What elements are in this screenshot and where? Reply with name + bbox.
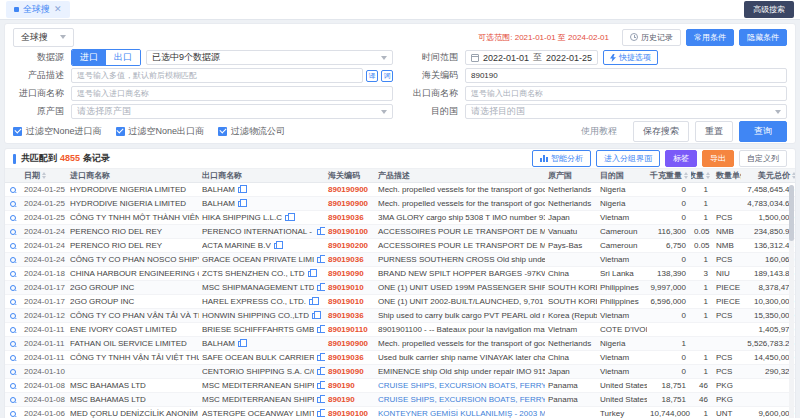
cell-hs-code[interactable]: 89019036 (325, 213, 375, 222)
cell-hs-code[interactable]: 890190 (325, 395, 375, 404)
column-header-kg[interactable]: 千克重量 (647, 170, 691, 181)
cell-hs-code[interactable]: 890190100 (325, 409, 375, 418)
cell-exporter[interactable]: HONWIN SHIPPING CO.,LTD (199, 311, 325, 320)
exporter-name[interactable]: BRIESE SCHIFFFAHRTS GMBH & CO (202, 325, 314, 334)
row-detail-search-icon[interactable] (10, 215, 16, 221)
copy-icon[interactable] (317, 411, 322, 417)
cell-exporter[interactable]: ACTA MARINE B.V (199, 241, 325, 250)
cell-exporter[interactable]: CENTORIO SHIPPING S.A. C/O DAIICHI CHU (199, 367, 325, 376)
cell-product-desc[interactable]: PURNESS SOUTHERN CROSS Old ship under re… (375, 255, 545, 264)
column-header-qty[interactable]: 数量 (691, 170, 713, 181)
export-toggle[interactable]: 出口 (106, 50, 140, 65)
row-detail-search-icon[interactable] (10, 243, 16, 249)
sort-icon[interactable] (706, 172, 710, 179)
smart-analysis-button[interactable]: 智能分析 (532, 150, 591, 167)
copy-icon[interactable] (285, 215, 290, 221)
cell-product-desc[interactable]: ONE (1) UNIT 2002-BUILT/LAUNCHED, 9,701 … (375, 297, 545, 306)
importer-input[interactable] (71, 86, 393, 101)
match-mode-toggle-icon[interactable]: 词 (381, 70, 393, 82)
column-header-date[interactable]: 日期 (21, 170, 67, 181)
cell-product-desc[interactable]: Mech. propelled vessels for the transpor… (375, 199, 545, 208)
row-detail-search-icon[interactable] (10, 285, 16, 291)
cell-hs-code[interactable]: 89019036 (325, 311, 375, 320)
cell-product-desc[interactable]: 8901901100 - -- Bateaux pour la navigati… (375, 325, 545, 334)
cell-importer[interactable]: CÔNG TY CO PHAN VẬN TẢI VÀ TIẾP VẬN P (67, 311, 199, 320)
cell-exporter[interactable]: SAFE OCEAN BULK CARRIER PTE LTD (199, 353, 325, 362)
common-conditions-button[interactable]: 常用条件 (686, 29, 734, 46)
column-header-usd[interactable]: 美元总价 (741, 170, 796, 181)
history-button[interactable]: 历史记录 (622, 29, 681, 46)
exporter-name[interactable]: BALHAM (202, 199, 235, 208)
cell-importer[interactable]: HYDRODIVE NIGERIA LIMITED (67, 199, 199, 208)
hide-conditions-button[interactable]: 隐藏条件 (739, 29, 787, 46)
cell-importer[interactable]: HYDRODIVE NIGERIA LIMITED (67, 185, 199, 194)
checkbox-filter-empty-exporter[interactable]: 过滤空None出口商 (116, 125, 205, 138)
exporter-name[interactable]: HIKA SHIPPING L.L.C (202, 213, 282, 222)
cell-importer[interactable]: 2GO GROUP INC (67, 297, 199, 306)
cell-product-desc[interactable]: KONTEYNER GEMİSİ KULLANILMIŞ - 2003 MODE… (375, 409, 545, 418)
translate-toggle-icon[interactable]: 译 (366, 70, 378, 82)
cell-hs-code[interactable]: 89019090 (325, 367, 375, 376)
cell-hs-code[interactable]: 89019036 (325, 255, 375, 264)
copy-icon[interactable] (238, 201, 243, 207)
exporter-name[interactable]: BALHAM (202, 185, 235, 194)
copy-icon[interactable] (317, 397, 322, 403)
copy-icon[interactable] (317, 355, 322, 361)
product-desc-input[interactable] (71, 68, 363, 83)
copy-icon[interactable] (317, 327, 322, 333)
cell-product-desc[interactable]: BRAND NEW SPILT HOPPER BARGES -97KW - 3 … (375, 269, 545, 278)
cell-hs-code[interactable]: 89019010 (325, 297, 375, 306)
exporter-name[interactable]: HAREL EXPRESS CO., LTD. (202, 297, 306, 306)
reset-button[interactable]: 重置 (695, 121, 733, 142)
cell-importer[interactable]: FATHAN OIL SERVICE LIMITED (67, 339, 199, 348)
exporter-name[interactable]: MSC MEDITERRANEAN SHIPPING CO., LTD (202, 381, 314, 390)
cell-product-desc[interactable]: Mech. propelled vessels for the transpor… (375, 339, 545, 348)
export-button[interactable]: 导出 (702, 150, 734, 167)
cell-exporter[interactable]: BALHAM (199, 339, 325, 348)
row-detail-search-icon[interactable] (10, 229, 16, 235)
cell-exporter[interactable]: HAREL EXPRESS CO., LTD. (199, 297, 325, 306)
exporter-name[interactable]: BALHAM (202, 339, 235, 348)
cell-exporter[interactable]: BALHAM (199, 185, 325, 194)
copy-icon[interactable] (274, 243, 279, 249)
cell-importer[interactable]: 2GO GROUP INC (67, 283, 199, 292)
cell-hs-code[interactable]: 890190900 (325, 185, 375, 194)
row-detail-search-icon[interactable] (10, 383, 16, 389)
cell-importer[interactable]: MSC BAHAMAS LTD (67, 395, 199, 404)
copy-icon[interactable] (317, 383, 322, 389)
cell-exporter[interactable]: MSC MEDITERRANEAN SHIPPING CO., LTD (199, 395, 325, 404)
row-detail-search-icon[interactable] (10, 369, 16, 375)
row-detail-search-icon[interactable] (10, 411, 16, 417)
cell-exporter[interactable]: MSC SHIPMANAGEMENT LTD (199, 283, 325, 292)
import-toggle[interactable]: 进口 (72, 50, 106, 65)
cell-hs-code[interactable]: 890190900 (325, 339, 375, 348)
copy-icon[interactable] (238, 341, 243, 347)
cell-product-desc[interactable]: ACCESSOIRES POUR LE TRANSPORT DE MARCHAN… (375, 227, 545, 236)
row-detail-search-icon[interactable] (10, 313, 16, 319)
advanced-search-button[interactable]: 高级搜索 (744, 1, 794, 18)
exporter-name[interactable]: PERENCO INTERNATIONAL - INC (202, 227, 314, 236)
sort-icon[interactable] (684, 172, 688, 179)
row-detail-search-icon[interactable] (10, 271, 16, 277)
cell-hs-code[interactable]: 890190900 (325, 199, 375, 208)
sort-icon[interactable] (42, 172, 46, 179)
cell-product-desc[interactable]: 3MA GLORY cargo ship 5308 T IMO number 9… (375, 213, 545, 222)
copy-icon[interactable] (317, 369, 322, 375)
cell-hs-code[interactable]: 89019010 (325, 283, 375, 292)
origin-country-select[interactable]: 请选择原产国 (71, 104, 393, 119)
exporter-name[interactable]: SAFE OCEAN BULK CARRIER PTE LTD (202, 353, 314, 362)
data-source-select[interactable]: 已选中9个数据源 (146, 50, 393, 65)
cell-product-desc[interactable]: Used bulk carrier ship name VINAYAK late… (375, 353, 545, 362)
exporter-name[interactable]: MSC MEDITERRANEAN SHIPPING CO., LTD (202, 395, 314, 404)
cell-importer[interactable]: CÔNG TY CO PHAN NOSCO SHIPYARD (67, 255, 199, 264)
row-detail-search-icon[interactable] (10, 327, 16, 333)
exporter-name[interactable]: MSC SHIPMANAGEMENT LTD (202, 283, 314, 292)
exporter-name[interactable]: HONWIN SHIPPING CO.,LTD (202, 311, 309, 320)
cell-exporter[interactable]: GRACE OCEAN PRIVATE LIMITED (199, 255, 325, 264)
row-detail-search-icon[interactable] (10, 201, 16, 207)
cell-importer[interactable]: CHINA HARBOUR ENGINEERING CO LTD (67, 269, 199, 278)
cell-exporter[interactable]: ZCTS SHENZHEN CO., LTD (199, 269, 325, 278)
row-detail-search-icon[interactable] (10, 257, 16, 263)
cell-importer[interactable]: CÔNG TY TNHH VẬN TẢI VIỆT THUẬN (67, 353, 199, 362)
row-detail-search-icon[interactable] (10, 341, 16, 347)
